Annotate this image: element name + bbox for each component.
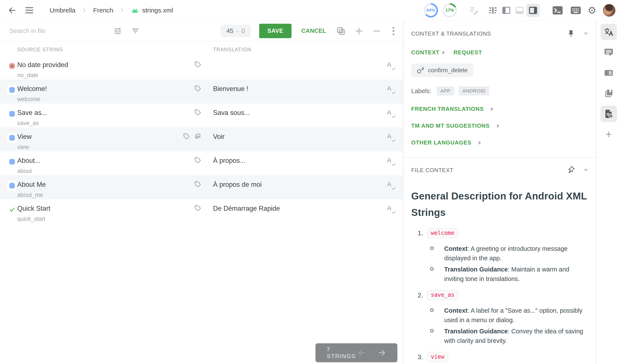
spellcheck-icon[interactable]: A xyxy=(387,180,395,190)
tag-icon[interactable] xyxy=(194,181,201,187)
console-icon[interactable] xyxy=(552,6,563,15)
filter-icon[interactable] xyxy=(131,27,140,35)
view-left-panel-icon[interactable] xyxy=(500,4,513,17)
breadcrumb-language[interactable]: French xyxy=(93,7,113,14)
spellcheck-icon[interactable]: A xyxy=(387,156,395,166)
progress-ring[interactable]: 64% xyxy=(424,3,438,17)
editor-toolbar: 45·0 SAVE CANCEL xyxy=(0,21,403,41)
copy-source-icon[interactable] xyxy=(336,26,346,36)
key-icon xyxy=(417,67,424,74)
screenshot-icon[interactable] xyxy=(194,133,201,139)
tag-icon[interactable] xyxy=(183,133,190,139)
source-string: About... xyxy=(17,156,40,165)
translation-text[interactable]: À propos... xyxy=(213,156,379,175)
progress-rings: 64%17% xyxy=(424,3,457,17)
table-row[interactable]: About... about À propos... A xyxy=(0,151,403,175)
user-avatar[interactable] xyxy=(603,4,615,17)
terms-tab-icon[interactable] xyxy=(601,65,617,81)
translation-column-header: TRANSLATION xyxy=(213,47,251,53)
string-key-pill[interactable]: confirm_delete xyxy=(411,64,473,77)
next-page-icon[interactable] xyxy=(378,348,386,357)
chevron-right-icon xyxy=(119,7,125,14)
filter-settings-icon[interactable] xyxy=(113,27,122,35)
breadcrumb-project[interactable]: Umbrella xyxy=(50,7,75,14)
view-right-panel-icon[interactable] xyxy=(526,4,540,17)
context-expand-icon xyxy=(443,51,445,54)
spellcheck-icon[interactable]: A xyxy=(387,133,395,142)
translation-text[interactable] xyxy=(213,61,379,80)
section-other-languages[interactable]: OTHER LANGUAGES xyxy=(411,139,588,146)
labels-row: Labels: APPANDROID xyxy=(411,87,588,96)
spellcheck-icon[interactable]: A xyxy=(387,109,395,118)
proofread-notes-icon[interactable] xyxy=(469,5,479,15)
spellcheck-icon[interactable]: A xyxy=(387,61,395,70)
table-row[interactable]: Save as... save_as Sava sous... A xyxy=(0,104,403,127)
translation-text[interactable]: À propos de moi xyxy=(213,180,379,199)
label-pill: ANDROID xyxy=(459,87,489,96)
section-tm-and-mt-suggestions[interactable]: TM AND MT SUGGESTIONS xyxy=(411,122,588,129)
pin-icon[interactable] xyxy=(567,30,575,37)
zoom-out-icon[interactable] xyxy=(372,27,381,35)
file-context-title: FILE CONTEXT xyxy=(411,167,453,173)
string-key: welcome xyxy=(17,96,47,103)
cancel-button[interactable]: CANCEL xyxy=(301,28,327,34)
right-icon-rail: + xyxy=(596,21,621,364)
tag-icon[interactable] xyxy=(194,157,201,163)
words-counter: 45·0 xyxy=(221,25,251,37)
keyboard-shortcuts-icon[interactable] xyxy=(570,6,581,15)
string-key-code: view xyxy=(427,352,448,362)
file-context-document: General Description for Android XML Stri… xyxy=(411,188,588,364)
table-row[interactable]: View view Voir A xyxy=(0,127,403,151)
strings-count-label: 7 STRINGS xyxy=(327,346,357,360)
translation-text[interactable]: De Démarrage Rapide xyxy=(213,205,379,223)
prev-page-icon[interactable] xyxy=(357,348,366,357)
translation-text[interactable]: Bienvenue ! xyxy=(213,85,379,104)
collapse-caret-icon[interactable] xyxy=(584,169,588,172)
tab-request[interactable]: REQUEST xyxy=(453,49,482,56)
file-context-tab-icon[interactable] xyxy=(601,106,617,122)
comments-tab-icon[interactable] xyxy=(601,44,617,61)
table-row[interactable]: Welcome! welcome Bienvenue ! A xyxy=(0,80,403,104)
translations-tab-icon[interactable] xyxy=(601,24,617,40)
tag-icon[interactable] xyxy=(194,109,201,116)
view-bottom-panel-icon[interactable] xyxy=(513,4,526,17)
add-panel-icon[interactable]: + xyxy=(601,126,617,142)
table-row[interactable]: Quick Start quick_start De Démarrage Rap… xyxy=(0,199,403,223)
save-button[interactable]: SAVE xyxy=(259,24,292,38)
expand-icon xyxy=(491,107,493,111)
unpin-icon[interactable] xyxy=(567,166,575,174)
spellcheck-icon[interactable]: A xyxy=(387,85,395,94)
breadcrumb-file[interactable]: strings.xml xyxy=(131,7,173,14)
tab-context[interactable]: CONTEXT xyxy=(411,49,439,56)
chevron-right-icon xyxy=(81,7,87,14)
settings-gear-icon[interactable]: ⚙ xyxy=(587,5,596,15)
menu-icon[interactable] xyxy=(25,7,33,13)
spellcheck-icon[interactable]: A xyxy=(387,205,395,214)
more-options-icon[interactable] xyxy=(391,26,397,36)
status-untranslated-icon xyxy=(7,61,17,71)
status-translated-icon xyxy=(7,85,17,95)
tag-icon[interactable] xyxy=(194,85,201,92)
translation-text[interactable]: Sava sous... xyxy=(213,109,379,127)
tag-icon[interactable] xyxy=(194,205,201,211)
back-icon[interactable] xyxy=(8,6,16,15)
progress-ring[interactable]: 17% xyxy=(443,3,457,17)
collapse-caret-icon[interactable] xyxy=(584,32,588,35)
table-row[interactable]: No date provided no_date A xyxy=(0,56,403,80)
search-input[interactable] xyxy=(9,27,104,35)
tag-icon[interactable] xyxy=(194,61,201,68)
progress-value: 17% xyxy=(446,8,454,13)
section-french-translations[interactable]: FRENCH TRANSLATIONS xyxy=(411,106,588,112)
file-context-heading: General Description for Android XML Stri… xyxy=(411,188,588,221)
view-side-by-side-icon[interactable] xyxy=(486,4,500,17)
top-bar-left: Umbrella French strings.xml xyxy=(8,6,173,15)
context-panel: CONTEXT & TRANSLATIONS CONTEXT REQUEST c… xyxy=(403,21,596,364)
zoom-in-icon[interactable] xyxy=(355,27,363,35)
top-bar-right: 64%17% ⚙ xyxy=(424,3,615,17)
translation-text[interactable]: Voir xyxy=(213,133,379,151)
status-translated-icon xyxy=(7,109,17,119)
table-row[interactable]: About Me about_me À propos de moi A xyxy=(0,175,403,199)
status-translated-icon xyxy=(7,156,17,167)
dictionary-tab-icon[interactable] xyxy=(601,85,617,102)
string-key-code: save_as xyxy=(427,290,458,300)
